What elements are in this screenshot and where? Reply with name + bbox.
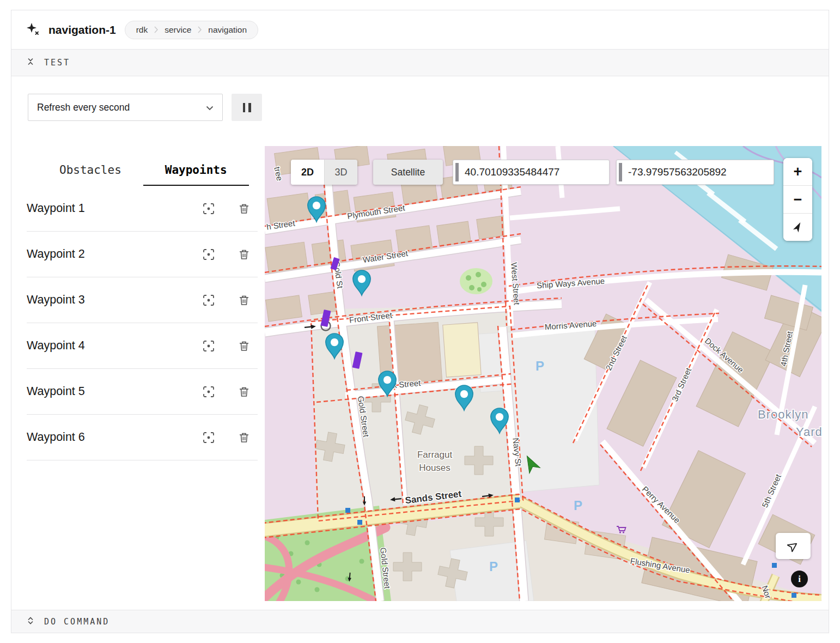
delete-waypoint-button[interactable] — [236, 201, 252, 217]
map-canvas: Plymouth Street Water Street Front Stree… — [265, 146, 821, 601]
chevron-right-icon — [198, 26, 202, 33]
waypoint-label: Waypoint 2 — [27, 247, 200, 261]
delete-waypoint-button[interactable] — [236, 384, 252, 400]
do-command-bar[interactable]: DO COMMAND — [11, 610, 829, 633]
waypoint-row: Waypoint 2 — [27, 232, 258, 277]
parking-icon: P — [535, 359, 544, 373]
place-label-yard: Yard — [796, 425, 821, 439]
breadcrumb-item[interactable]: rdk — [136, 25, 148, 35]
map-mode-toggle: 2D 3D — [291, 160, 357, 185]
satellite-toggle-button[interactable]: Satellite — [373, 160, 443, 185]
refresh-rate-value: Refresh every second — [37, 102, 130, 113]
do-command-label: DO COMMAND — [44, 617, 109, 627]
collapse-icon[interactable] — [27, 57, 34, 68]
place-label-brooklyn: Brooklyn — [758, 408, 809, 421]
navigation-card: navigation-1 rdk service navigation — [11, 10, 829, 633]
expand-icon[interactable] — [27, 616, 34, 627]
focus-waypoint-button[interactable] — [200, 383, 217, 401]
chevron-down-icon — [206, 102, 214, 113]
recenter-button[interactable] — [776, 533, 811, 559]
focus-waypoint-button[interactable] — [200, 246, 217, 263]
waypoint-label: Waypoint 5 — [27, 385, 200, 398]
place-label-farragut-1: Farragut — [417, 450, 453, 460]
longitude-input[interactable] — [628, 166, 774, 178]
test-section-bar[interactable]: TEST — [11, 49, 829, 76]
compass-needle-icon — [793, 221, 804, 233]
breadcrumb-item[interactable]: service — [165, 25, 191, 35]
service-star-icon — [26, 22, 40, 38]
pause-icon — [243, 103, 246, 112]
navigate-arrow-icon — [787, 540, 799, 552]
main-area: Obstacles Waypoints Waypoint 1 — [11, 146, 829, 610]
breadcrumb-item[interactable]: navigation — [208, 25, 247, 35]
map[interactable]: Plymouth Street Water Street Front Stree… — [265, 146, 821, 601]
page-title: navigation-1 — [48, 23, 116, 37]
breadcrumb: rdk service navigation — [125, 21, 258, 39]
delete-waypoint-button[interactable] — [236, 246, 252, 263]
tab-obstacles[interactable]: Obstacles — [38, 160, 143, 186]
focus-waypoint-button[interactable] — [200, 429, 217, 446]
delete-waypoint-button[interactable] — [236, 292, 252, 308]
waypoints-panel: Obstacles Waypoints Waypoint 1 — [11, 146, 265, 610]
refresh-row: Refresh every second — [11, 76, 829, 146]
delete-waypoint-button[interactable] — [236, 429, 252, 446]
compass-reset-button[interactable] — [783, 214, 812, 241]
zoom-out-button[interactable]: − — [783, 186, 812, 213]
zoom-in-button[interactable]: + — [783, 158, 812, 185]
focus-waypoint-button[interactable] — [200, 292, 217, 309]
focus-waypoint-button[interactable] — [200, 200, 217, 217]
map-info-button[interactable]: i — [791, 571, 808, 587]
map-zoom-controls: + − — [783, 158, 812, 241]
waypoint-label: Waypoint 3 — [27, 293, 200, 307]
chevron-right-icon — [154, 26, 158, 33]
delete-waypoint-button[interactable] — [236, 338, 252, 354]
place-label-farragut-2: Houses — [419, 463, 451, 473]
waypoint-row: Waypoint 5 — [27, 369, 258, 415]
map-2d-button[interactable]: 2D — [291, 160, 324, 185]
waypoint-row: Waypoint 6 — [27, 415, 258, 460]
focus-waypoint-button[interactable] — [200, 337, 217, 355]
card-header: navigation-1 rdk service navigation — [11, 10, 829, 49]
longitude-field — [616, 160, 774, 185]
waypoint-label: Waypoint 6 — [27, 430, 200, 444]
parking-icon: P — [574, 498, 582, 513]
waypoint-row: Waypoint 4 — [27, 323, 258, 369]
test-section-label: TEST — [44, 58, 70, 68]
latitude-field — [453, 160, 610, 185]
panel-tabs: Obstacles Waypoints — [38, 160, 265, 186]
parking-icon: P — [489, 559, 498, 574]
waypoint-label: Waypoint 1 — [27, 202, 200, 215]
pause-refresh-button[interactable] — [232, 94, 262, 121]
latitude-handle[interactable] — [455, 163, 459, 181]
waypoint-row: Waypoint 3 — [27, 277, 258, 323]
waypoint-label: Waypoint 4 — [27, 339, 200, 353]
longitude-handle[interactable] — [619, 163, 622, 181]
waypoint-list: Waypoint 1 — [27, 186, 265, 460]
waypoint-row: Waypoint 1 — [27, 186, 258, 232]
latitude-input[interactable] — [465, 166, 609, 178]
tab-waypoints[interactable]: Waypoints — [143, 160, 249, 186]
map-3d-button[interactable]: 3D — [324, 160, 357, 185]
refresh-rate-select[interactable]: Refresh every second — [28, 94, 223, 121]
